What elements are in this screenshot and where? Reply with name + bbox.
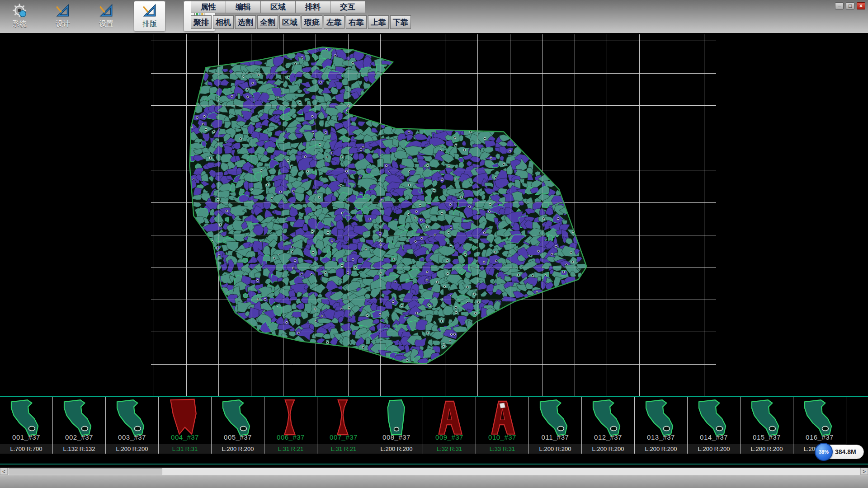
toolbar-button-label: 排版 — [142, 19, 157, 29]
part-name: 004_#37 — [159, 433, 211, 441]
action-button-row: 聚排相机选割全割区域瑕疵左靠右靠上靠下靠 — [191, 15, 411, 29]
menu-tab[interactable]: 属性 — [191, 1, 226, 13]
status-bar — [0, 475, 868, 488]
application-window: 系统 设计 设置 排版 报表 属性编辑区域排料交互 聚排相机选割全割区域瑕疵左靠… — [0, 0, 868, 488]
part-lr-count: L:200 R:200 — [370, 444, 423, 454]
part-thumbnail[interactable]: 003_#37 L:200 R:200 — [106, 397, 159, 454]
strip-divider — [0, 464, 868, 465]
action-button[interactable]: 选割 — [235, 15, 256, 29]
part-lr-count: L:31 R:31 — [159, 444, 211, 454]
part-lr-count: L:200 R:200 — [582, 444, 634, 454]
part-shape — [324, 398, 363, 438]
part-shape — [536, 398, 575, 438]
window-controls: – □ × — [835, 2, 865, 9]
close-button[interactable]: × — [857, 2, 865, 9]
part-shape — [800, 398, 839, 438]
part-name: 009_#37 — [423, 433, 476, 441]
part-lr-count: L:200 R:200 — [212, 444, 264, 454]
part-name: 013_#37 — [635, 433, 687, 441]
menu-tab[interactable]: 排料 — [295, 1, 330, 13]
part-shape — [430, 398, 469, 438]
part-thumbnail[interactable]: 004_#37 L:31 R:31 — [159, 397, 212, 454]
part-name: 003_#37 — [106, 433, 158, 441]
horizontal-scrollbar: < > — [0, 468, 868, 475]
action-button[interactable]: 左靠 — [324, 15, 344, 29]
part-shape — [165, 398, 204, 438]
part-thumbnail[interactable]: 014_#37 L:200 R:200 — [688, 397, 741, 454]
toolbar-button[interactable]: 排版 — [134, 1, 165, 32]
set-square-icon — [142, 2, 158, 19]
part-thumbnail[interactable]: 006_#37 L:31 R:21 — [264, 397, 317, 454]
part-name: 014_#37 — [688, 433, 740, 441]
part-name: 001_#37 — [0, 433, 52, 441]
main-mode-buttons: 系统 设计 设置 排版 报表 — [4, 1, 215, 32]
minimize-button[interactable]: – — [835, 2, 844, 9]
part-name: 005_#37 — [212, 433, 264, 441]
part-shape — [483, 398, 522, 438]
part-shape — [218, 398, 257, 438]
part-name: 008_#37 — [370, 433, 423, 441]
action-button[interactable]: 相机 — [213, 15, 234, 29]
nesting-workspace — [0, 33, 868, 396]
part-shape — [60, 398, 99, 438]
menu-area: 属性编辑区域排料交互 聚排相机选割全割区域瑕疵左靠右靠上靠下靠 — [191, 0, 411, 29]
action-button[interactable]: 区域 — [279, 15, 300, 29]
toolbar-button[interactable]: 系统 — [4, 1, 35, 32]
part-shape — [113, 398, 151, 438]
action-button[interactable]: 右靠 — [346, 15, 367, 29]
part-lr-count: L:200 R:200 — [688, 444, 740, 454]
part-thumbnail[interactable]: 009_#37 L:32 R:31 — [423, 397, 476, 454]
maximize-button[interactable]: □ — [846, 2, 854, 9]
part-lr-count: L:200 R:200 — [106, 444, 158, 454]
part-shape — [747, 398, 786, 438]
part-name: 006_#37 — [264, 433, 317, 441]
part-thumbnail[interactable]: 011_#37 L:200 R:200 — [529, 397, 582, 454]
part-lr-count: L:200 R:200 — [741, 444, 793, 454]
part-thumbnail[interactable]: 008_#37 L:200 R:200 — [370, 397, 423, 454]
scrollbar-track[interactable] — [8, 468, 860, 475]
menu-tab[interactable]: 区域 — [260, 1, 296, 13]
part-shape — [642, 398, 680, 438]
part-name: 011_#37 — [529, 433, 581, 441]
part-thumbnail[interactable]: 001_#37 L:700 R:700 — [0, 397, 53, 454]
part-thumbnail[interactable]: 010_#37 L:33 R:31 — [476, 397, 529, 454]
part-thumbnail[interactable]: 015_#37 L:200 R:200 — [741, 397, 793, 454]
part-name: 015_#37 — [741, 433, 793, 441]
scroll-left-arrow[interactable]: < — [0, 468, 8, 475]
set-square-icon — [98, 2, 114, 19]
toolbar-button-label: 设计 — [56, 19, 70, 29]
part-name: 016_#37 — [793, 433, 846, 441]
action-button[interactable]: 上靠 — [368, 15, 389, 29]
part-shape — [7, 398, 46, 438]
part-thumbnail[interactable]: 012_#37 L:200 R:200 — [582, 397, 635, 454]
part-lr-count: L:32 R:31 — [423, 444, 476, 454]
toolbar-button[interactable]: 设置 — [90, 1, 122, 32]
part-name: 010_#37 — [476, 433, 528, 441]
scroll-right-arrow[interactable]: > — [860, 468, 868, 475]
menu-tab[interactable]: 交互 — [330, 1, 365, 13]
part-thumbnail[interactable]: 013_#37 L:200 R:200 — [635, 397, 688, 454]
part-name: 002_#37 — [53, 433, 105, 441]
gear-icon — [11, 2, 28, 19]
part-shape — [377, 398, 416, 438]
action-button[interactable]: 瑕疵 — [302, 15, 322, 29]
part-lr-count: L:700 R:700 — [0, 444, 52, 454]
scrollbar-thumb[interactable] — [9, 468, 162, 474]
part-lr-count: L:33 R:31 — [476, 444, 528, 454]
part-thumbnail[interactable]: 005_#37 L:200 R:200 — [212, 397, 264, 454]
part-name: 007_#37 — [317, 433, 370, 441]
action-button[interactable]: 聚排 — [191, 15, 212, 29]
menu-tab[interactable]: 编辑 — [226, 1, 261, 13]
toolbar-button[interactable]: 设计 — [47, 1, 79, 32]
nesting-canvas[interactable] — [151, 34, 716, 396]
toolbar-button-label: 系统 — [12, 19, 27, 29]
action-button[interactable]: 下靠 — [390, 15, 411, 29]
part-lr-count: L:31 R:21 — [317, 444, 370, 454]
set-square-icon — [55, 2, 71, 19]
part-thumbnail[interactable]: 007_#37 L:31 R:21 — [317, 397, 370, 454]
action-button[interactable]: 全割 — [257, 15, 278, 29]
parts-strip: 001_#37 L:700 R:700 002_#37 L:132 R:132 … — [0, 396, 868, 454]
progress-badge: 38% 384.8M — [815, 443, 864, 461]
part-thumbnail[interactable]: 002_#37 L:132 R:132 — [53, 397, 106, 454]
menu-tab-row: 属性编辑区域排料交互 — [191, 1, 411, 13]
